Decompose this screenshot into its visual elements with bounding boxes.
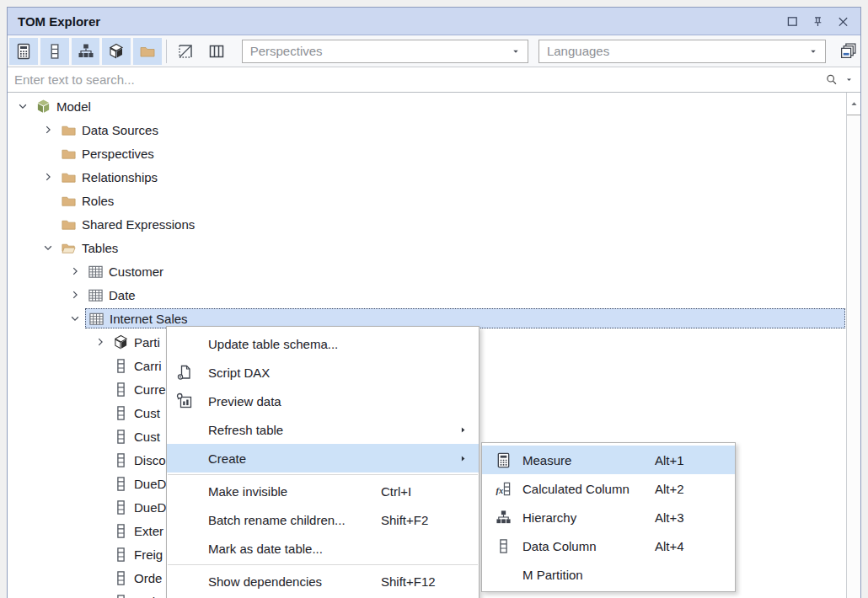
chevron-right-icon[interactable] (90, 333, 110, 351)
menu-shortcut: Alt+2 (655, 482, 684, 496)
partition-icon (110, 333, 131, 351)
chevron-down-icon[interactable] (845, 76, 853, 83)
toolbar-separator (166, 40, 167, 63)
window-controls (785, 13, 860, 29)
indent-spacer (90, 356, 110, 375)
table-icon (85, 286, 105, 304)
submenu-item-data-column[interactable]: Data Column Alt+4 (482, 531, 735, 560)
hierarchy-icon (78, 43, 94, 60)
submenu-item-hierarchy[interactable]: Hierarchy Alt+3 (482, 503, 735, 531)
close-button[interactable] (835, 13, 850, 29)
table-icon (85, 262, 105, 280)
column-icon (110, 521, 131, 540)
languages-dropdown-value: Languages (547, 44, 609, 58)
menu-item-script-dax[interactable]: Script DAX (167, 358, 479, 387)
indent-spacer (90, 521, 110, 540)
toggle-metadata-columns-button[interactable] (202, 38, 231, 65)
vertical-scrollbar[interactable] (846, 93, 860, 598)
menu-item-show-dependencies[interactable]: Show dependencies Shift+F12 (167, 567, 479, 595)
perspectives-dropdown[interactable]: Perspectives (242, 40, 528, 63)
menu-item-batch-rename-children[interactable]: Batch rename children... Shift+F2 (167, 505, 479, 534)
submenu-item-calculated-column[interactable]: Calculated Column Alt+2 (482, 474, 735, 503)
indent-spacer (90, 427, 110, 446)
column-icon (110, 380, 131, 398)
create-submenu: Measure Alt+1 Calculated Column Alt+2 Hi… (481, 442, 736, 592)
chevron-right-icon[interactable] (65, 262, 85, 280)
tree-item-tables[interactable]: Tables (8, 236, 846, 259)
tree-item-data-sources[interactable]: Data Sources (8, 118, 846, 141)
menu-item-mark-as-date-table[interactable]: Mark as date table... (167, 534, 479, 563)
search-input[interactable] (8, 68, 824, 92)
tree-item-roles[interactable]: Roles (8, 189, 846, 212)
toggle-partitions-button[interactable] (102, 38, 131, 65)
column-icon (110, 569, 131, 587)
toolbar: Perspectives Languages (8, 35, 860, 67)
tree-item-customer[interactable]: Customer (8, 259, 846, 283)
folder-icon (58, 168, 78, 186)
toggle-hierarchies-button[interactable] (72, 38, 100, 65)
column-icon (110, 451, 131, 469)
cascade-windows-icon (839, 42, 857, 60)
menu-item-create[interactable]: Create (167, 444, 479, 473)
window-title: TOM Explorer (8, 14, 100, 29)
search-actions (824, 72, 860, 88)
menu-item-make-invisible[interactable]: Make invisible Ctrl+I (167, 477, 479, 505)
submenu-arrow-icon (458, 454, 468, 463)
table-icon (86, 309, 106, 328)
chevron-down-icon (809, 47, 817, 56)
menu-shortcut: Alt+3 (655, 510, 684, 525)
pin-button[interactable] (810, 13, 825, 29)
measure-icon (494, 452, 512, 468)
menu-item-preview-data[interactable]: Preview data (167, 387, 479, 415)
menu-shortcut: Ctrl+I (381, 484, 411, 499)
folder-icon (58, 191, 78, 210)
script-dax-icon (174, 364, 196, 381)
search-bar (8, 67, 860, 93)
languages-dropdown[interactable]: Languages (538, 40, 826, 63)
column-icon (110, 356, 131, 375)
perspectives-dropdown-value: Perspectives (250, 44, 323, 58)
tree-item-relationships[interactable]: Relationships (8, 165, 846, 189)
chevron-down-icon[interactable] (65, 309, 85, 328)
tree-item-date[interactable]: Date (8, 283, 846, 307)
indent-spacer (38, 144, 58, 163)
indent-spacer (38, 215, 58, 233)
indent-spacer (90, 569, 110, 587)
toggle-columns-button[interactable] (40, 38, 69, 65)
tree-item-model[interactable]: Model (8, 94, 846, 118)
menu-item-update-table-schema[interactable]: Update table schema... (167, 329, 479, 358)
chevron-right-icon[interactable] (38, 120, 58, 139)
column-icon (110, 498, 131, 516)
tree-item-shared-expressions[interactable]: Shared Expressions (8, 212, 846, 236)
table-columns-icon (208, 43, 225, 60)
calculated-column-icon (494, 481, 512, 497)
indent-spacer (90, 451, 110, 469)
search-icon[interactable] (824, 72, 839, 88)
tree-item-perspectives[interactable]: Perspectives (8, 141, 846, 165)
toggle-hidden-objects-button[interactable] (171, 38, 200, 65)
menu-separator (168, 564, 478, 565)
indent-spacer (90, 474, 110, 493)
maximize-button[interactable] (785, 13, 800, 29)
submenu-item-measure[interactable]: Measure Alt+1 (482, 446, 735, 474)
folder-icon (139, 43, 156, 60)
column-icon (110, 474, 131, 493)
submenu-item-m-partition[interactable]: M Partition (482, 560, 735, 589)
chevron-right-icon[interactable] (38, 168, 58, 186)
indent-spacer (90, 592, 110, 598)
column-icon (110, 427, 131, 446)
toggle-measures-button[interactable] (9, 38, 38, 65)
folder-icon (58, 144, 78, 163)
filter-diagonal-icon (177, 43, 194, 60)
hierarchy-icon (494, 510, 512, 526)
chevron-down-icon[interactable] (13, 97, 33, 115)
toggle-folders-button[interactable] (133, 38, 162, 65)
tom-explorer-window: TOM Explorer Perspectives Languages (7, 7, 861, 598)
folder-icon (58, 215, 78, 233)
menu-item-refresh-table[interactable]: Refresh table (167, 415, 479, 444)
titlebar: TOM Explorer (8, 8, 860, 35)
cascade-windows-button[interactable] (835, 39, 860, 64)
scroll-up-button[interactable] (847, 93, 860, 115)
chevron-down-icon[interactable] (38, 238, 58, 257)
chevron-right-icon[interactable] (65, 286, 85, 304)
